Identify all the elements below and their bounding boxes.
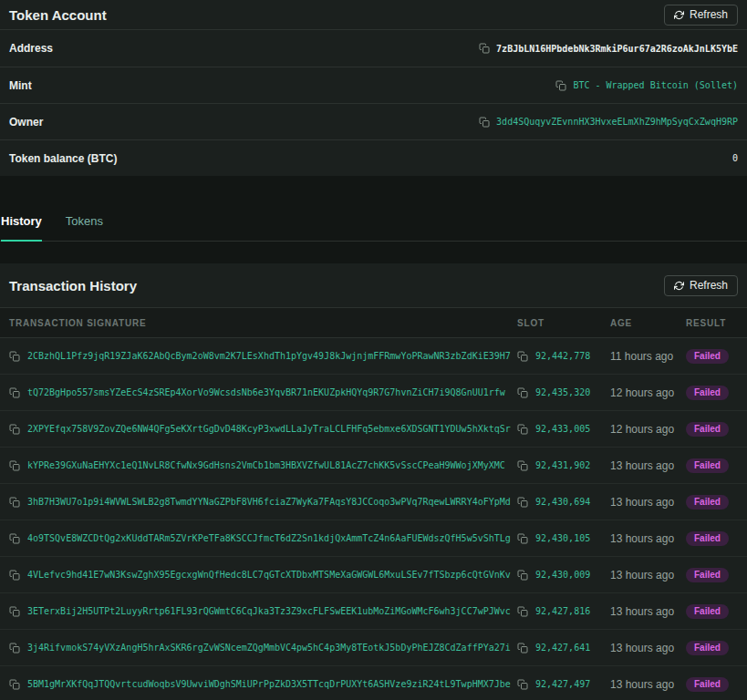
- tx-slot-link[interactable]: 92,431,902: [535, 460, 590, 470]
- tx-signature-cell: 2XPYEfqx758V9ZovZQe6NW4QFg5eKXrtGgDvD48K…: [9, 424, 517, 435]
- tx-signature-link[interactable]: 4o9TSQvE8WZCDtQg2xKUddTARm5ZVrKPeTFa8KSC…: [27, 533, 511, 543]
- tab-history[interactable]: History: [1, 202, 42, 242]
- tx-signature-link[interactable]: 2CBzhQL1Pfz9jqR19ZJaK62AbQcBym2oW8vm2K7L…: [27, 351, 511, 361]
- tx-table-body: 2CBzhQL1Pfz9jqR19ZJaK62AbQcBym2oW8vm2K7L…: [0, 338, 747, 700]
- tx-signature-cell: kYPRe39GXuNaEHYXc1eQ1NvLR8CfwNx9GdHsns2V…: [9, 460, 517, 471]
- copy-slot-icon[interactable]: [517, 460, 528, 471]
- copy-signature-icon[interactable]: [9, 351, 20, 362]
- tx-signature-link[interactable]: kYPRe39GXuNaEHYXc1eQ1NvLR8CfwNx9GdHsns2V…: [27, 460, 505, 470]
- tx-row: 5BM1gMrXKfQqJTQQvrtcudWoqbsV9UwviWDghSMi…: [0, 666, 747, 700]
- copy-slot-icon[interactable]: [517, 643, 528, 654]
- field-value[interactable]: BTC - Wrapped Bitcoin (Sollet): [573, 80, 738, 90]
- copy-signature-icon[interactable]: [9, 424, 20, 435]
- refresh-icon: [674, 10, 684, 20]
- tx-signature-cell: 3j4RifvmokS74yVXzAngH5hrAxSKR6rgZvWSNcem…: [9, 643, 517, 654]
- transaction-history-title: Transaction History: [9, 278, 137, 293]
- copy-signature-icon[interactable]: [9, 533, 20, 544]
- tx-signature-link[interactable]: 5BM1gMrXKfQqJTQQvrtcudWoqbsV9UwviWDghSMi…: [27, 679, 511, 689]
- tx-row: 3j4RifvmokS74yVXzAngH5hrAxSKR6rgZvWSNcem…: [0, 630, 747, 666]
- copy-signature-icon[interactable]: [9, 497, 20, 508]
- tx-slot-link[interactable]: 92,435,320: [535, 387, 590, 397]
- transaction-history-header: Transaction History Refresh: [0, 263, 747, 307]
- token-account-card: Token Account Refresh Address 7zBJbLN16H…: [0, 0, 747, 176]
- tx-signature-link[interactable]: tQ72BgHpo557smsYZeEcS4zSREp4XorVo9WcsdsN…: [27, 387, 505, 397]
- result-badge: Failed: [686, 641, 729, 655]
- transaction-history-refresh-button[interactable]: Refresh: [664, 275, 738, 296]
- tx-age: 13 hours ago: [610, 569, 686, 582]
- copy-signature-icon[interactable]: [9, 460, 20, 471]
- token-account-header: Token Account Refresh: [0, 0, 747, 30]
- tx-slot-cell: 92,435,320: [517, 387, 610, 398]
- tx-result-cell: Failed: [686, 458, 738, 473]
- tx-result-cell: Failed: [686, 349, 738, 364]
- tab-label: History: [1, 214, 42, 228]
- tx-age: 11 hours ago: [610, 350, 686, 363]
- column-header-slot: Slot: [517, 318, 610, 328]
- tabs: History Tokens: [0, 202, 747, 242]
- tx-row: tQ72BgHpo557smsYZeEcS4zSREp4XorVo9WcsdsN…: [0, 375, 747, 411]
- tx-slot-cell: 92,427,816: [517, 606, 610, 617]
- tx-signature-cell: 3hB7H3WU7o1p9i4WVWLSWLB2g8TwmdYYNaGZPbF8…: [9, 497, 517, 508]
- tx-row: 4VLefvc9hd41E7wN3KswZghX95EgcxgWnQfHedc8…: [0, 557, 747, 593]
- tx-age: 12 hours ago: [610, 386, 686, 399]
- tx-signature-link[interactable]: 3hB7H3WU7o1p9i4WVWLSWLB2g8TwmdYYNaGZPbF8…: [27, 497, 511, 507]
- tx-slot-cell: 92,442,778: [517, 351, 610, 362]
- tx-slot-link[interactable]: 92,427,816: [535, 606, 590, 616]
- tx-row: 3hB7H3WU7o1p9i4WVWLSWLB2g8TwmdYYNaGZPbF8…: [0, 484, 747, 520]
- field-value-group: 3dd4SQuqyvZEvnnHX3HvxeELmXhZ9hMpSyqCxZwq…: [479, 117, 738, 128]
- copy-slot-icon[interactable]: [517, 424, 528, 435]
- copy-icon[interactable]: [479, 117, 490, 128]
- tx-table-header: Transaction Signature Slot Age Result: [0, 307, 747, 338]
- tx-signature-link[interactable]: 3ETerxBij2H5UTPt2LuyyRrtp61FL93rQGWmtC6C…: [27, 606, 511, 616]
- result-badge: Failed: [686, 531, 729, 546]
- tx-slot-link[interactable]: 92,427,641: [535, 643, 590, 653]
- field-label: Address: [9, 42, 53, 55]
- copy-signature-icon[interactable]: [9, 570, 20, 581]
- copy-slot-icon[interactable]: [517, 497, 528, 508]
- copy-signature-icon[interactable]: [9, 387, 20, 398]
- tx-slot-link[interactable]: 92,430,009: [535, 570, 590, 580]
- tx-result-cell: Failed: [686, 677, 738, 692]
- copy-signature-icon[interactable]: [9, 643, 20, 654]
- tx-slot-link[interactable]: 92,430,694: [535, 497, 590, 507]
- tx-age: 13 hours ago: [610, 459, 686, 472]
- copy-signature-icon[interactable]: [9, 606, 20, 617]
- token-account-refresh-button[interactable]: Refresh: [664, 5, 738, 26]
- field-label: Token balance (BTC): [9, 152, 117, 165]
- tx-signature-link[interactable]: 3j4RifvmokS74yVXzAngH5hrAxSKR6rgZvWSNcem…: [27, 643, 511, 653]
- column-header-age: Age: [610, 318, 686, 328]
- tx-slot-link[interactable]: 92,442,778: [535, 351, 590, 361]
- tx-slot-cell: 92,427,497: [517, 679, 610, 690]
- tx-age: 13 hours ago: [610, 642, 686, 654]
- tx-signature-cell: 5BM1gMrXKfQqJTQQvrtcudWoqbsV9UwviWDghSMi…: [9, 679, 517, 690]
- result-badge: Failed: [686, 495, 729, 510]
- copy-slot-icon[interactable]: [517, 533, 528, 544]
- copy-slot-icon[interactable]: [517, 679, 528, 690]
- tx-signature-cell: 3ETerxBij2H5UTPt2LuyyRrtp61FL93rQGWmtC6C…: [9, 606, 517, 617]
- tx-signature-cell: 4VLefvc9hd41E7wN3KswZghX95EgcxgWnQfHedc8…: [9, 570, 517, 581]
- tx-result-cell: Failed: [686, 604, 738, 619]
- tx-signature-cell: tQ72BgHpo557smsYZeEcS4zSREp4XorVo9WcsdsN…: [9, 387, 517, 398]
- tx-result-cell: Failed: [686, 568, 738, 582]
- copy-signature-icon[interactable]: [9, 679, 20, 690]
- copy-icon[interactable]: [555, 80, 566, 91]
- tx-slot-link[interactable]: 92,433,005: [535, 424, 590, 434]
- copy-slot-icon[interactable]: [517, 570, 528, 581]
- copy-icon[interactable]: [479, 43, 490, 54]
- copy-slot-icon[interactable]: [517, 387, 528, 398]
- tab-tokens[interactable]: Tokens: [66, 202, 103, 242]
- tx-slot-link[interactable]: 92,427,497: [535, 679, 590, 689]
- tx-age: 13 hours ago: [610, 496, 686, 509]
- field-value[interactable]: 3dd4SQuqyvZEvnnHX3HvxeELmXhZ9hMpSyqCxZwq…: [496, 117, 738, 127]
- copy-slot-icon[interactable]: [517, 606, 528, 617]
- tx-age: 12 hours ago: [610, 423, 686, 436]
- account-fields: Address 7zBJbLN16HPbdebNk3RmkiP6ur67a2R6…: [0, 30, 747, 176]
- tx-signature-link[interactable]: 2XPYEfqx758V9ZovZQe6NW4QFg5eKXrtGgDvD48K…: [27, 424, 511, 434]
- tx-result-cell: Failed: [686, 531, 738, 546]
- tx-signature-link[interactable]: 4VLefvc9hd41E7wN3KswZghX95EgcxgWnQfHedc8…: [27, 570, 511, 580]
- column-header-transaction-signature: Transaction Signature: [9, 318, 517, 328]
- field-value-group: BTC - Wrapped Bitcoin (Sollet): [555, 80, 738, 91]
- copy-slot-icon[interactable]: [517, 351, 528, 362]
- tx-slot-link[interactable]: 92,430,105: [535, 533, 590, 543]
- result-badge: Failed: [686, 422, 729, 437]
